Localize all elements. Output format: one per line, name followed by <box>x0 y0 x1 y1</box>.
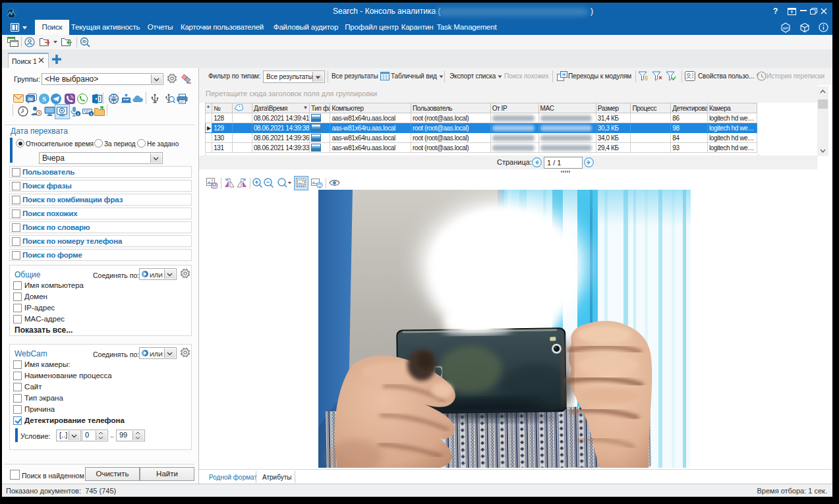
svg-text:API: API <box>783 26 789 30</box>
svg-text:IM: IM <box>28 97 32 101</box>
svg-text:ID: ID <box>82 40 86 43</box>
svg-text:i: i <box>78 111 79 116</box>
svg-text:S: S <box>42 95 46 103</box>
svg-text:FTP: FTP <box>123 98 129 101</box>
svg-text:HTTP: HTTP <box>111 98 117 100</box>
svg-text:i: i <box>91 111 92 116</box>
